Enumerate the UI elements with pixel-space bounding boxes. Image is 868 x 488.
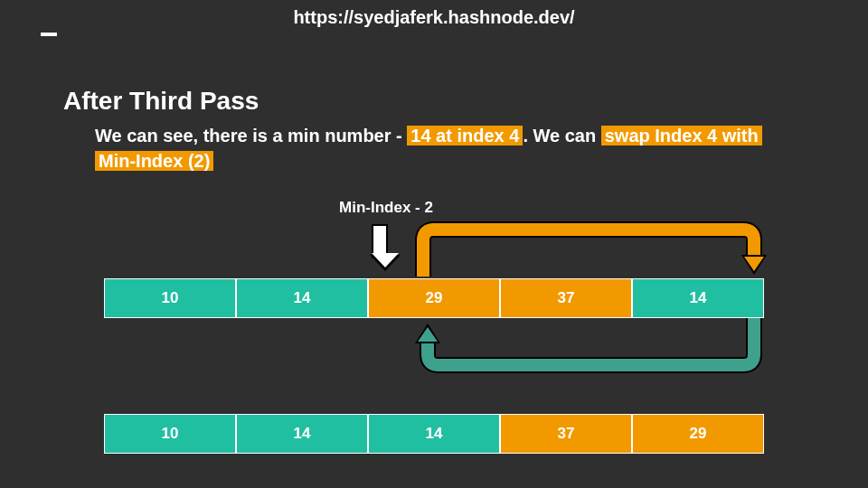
page-url: https://syedjaferk.hashnode.dev/ [0, 7, 868, 28]
cell-1: 14 [236, 278, 368, 318]
cell-4: 29 [632, 414, 764, 454]
swap-arrow-forward-icon [414, 221, 769, 278]
array-after: 10 14 14 37 29 [104, 414, 764, 454]
chip-swap: swap Index 4 with [601, 126, 762, 145]
cell-0: 10 [104, 278, 236, 318]
cell-1: 14 [236, 414, 368, 454]
cell-2: 14 [368, 414, 500, 454]
cell-2: 29 [368, 278, 500, 318]
cell-0: 10 [104, 414, 236, 454]
swap-arrow-return-icon [411, 318, 767, 376]
array-before: 10 14 29 37 14 [104, 278, 764, 318]
chip-min-index: Min-Index (2) [95, 151, 213, 171]
home-indicator [41, 33, 57, 36]
slide-description: We can see, there is a min number - 14 a… [95, 123, 773, 174]
chip-min-found: 14 at index 4 [407, 126, 523, 145]
cell-3: 37 [500, 414, 632, 454]
min-index-label: Min-Index - 2 [339, 199, 433, 217]
slide-title: After Third Pass [63, 87, 259, 116]
desc-pre: We can see, there is a min number - [95, 126, 407, 145]
cell-3: 37 [500, 278, 632, 318]
pointer-arrow-icon [372, 224, 388, 258]
desc-mid: . We can [523, 126, 600, 145]
cell-4: 14 [632, 278, 764, 318]
